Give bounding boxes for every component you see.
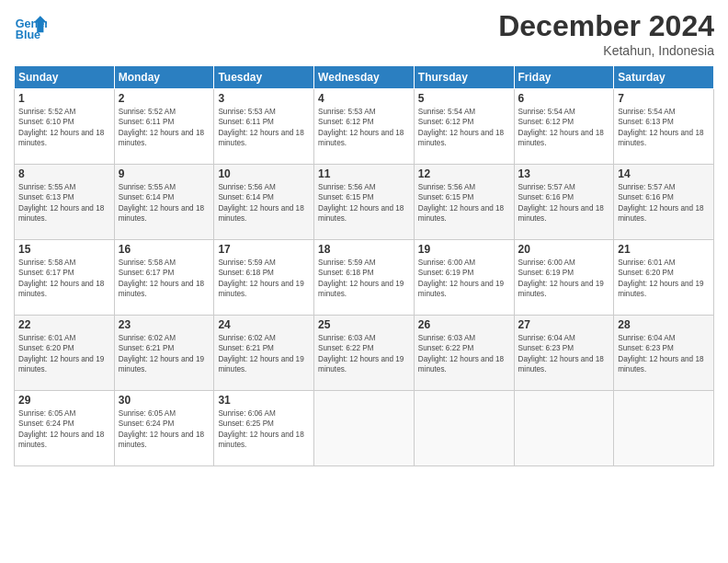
table-row: 7Sunrise: 5:54 AM Sunset: 6:13 PM Daylig… bbox=[614, 89, 714, 165]
day-number: 20 bbox=[518, 243, 610, 256]
day-info: Sunrise: 6:02 AM Sunset: 6:21 PM Dayligh… bbox=[218, 333, 310, 375]
table-row: 25Sunrise: 6:03 AM Sunset: 6:22 PM Dayli… bbox=[314, 316, 415, 391]
day-number: 18 bbox=[318, 243, 410, 256]
day-info: Sunrise: 6:01 AM Sunset: 6:20 PM Dayligh… bbox=[18, 333, 110, 375]
col-saturday: Saturday bbox=[614, 66, 714, 89]
day-number: 24 bbox=[218, 318, 310, 331]
day-number: 13 bbox=[518, 167, 610, 180]
table-row: 26Sunrise: 6:03 AM Sunset: 6:22 PM Dayli… bbox=[414, 316, 514, 391]
table-row: 13Sunrise: 5:57 AM Sunset: 6:16 PM Dayli… bbox=[514, 165, 614, 240]
day-info: Sunrise: 5:56 AM Sunset: 6:14 PM Dayligh… bbox=[218, 182, 310, 224]
day-number: 4 bbox=[318, 92, 410, 105]
table-row: 18Sunrise: 5:59 AM Sunset: 6:18 PM Dayli… bbox=[314, 240, 415, 316]
day-info: Sunrise: 6:04 AM Sunset: 6:23 PM Dayligh… bbox=[618, 333, 710, 375]
col-wednesday: Wednesday bbox=[314, 66, 415, 89]
location: Ketahun, Indonesia bbox=[498, 43, 714, 58]
day-number: 27 bbox=[518, 318, 610, 331]
day-info: Sunrise: 5:57 AM Sunset: 6:16 PM Dayligh… bbox=[518, 182, 610, 224]
day-info: Sunrise: 5:54 AM Sunset: 6:13 PM Dayligh… bbox=[618, 107, 710, 149]
table-row: 20Sunrise: 6:00 AM Sunset: 6:19 PM Dayli… bbox=[514, 240, 614, 316]
day-info: Sunrise: 5:58 AM Sunset: 6:17 PM Dayligh… bbox=[119, 258, 210, 300]
day-number: 15 bbox=[18, 243, 110, 256]
col-monday: Monday bbox=[114, 66, 214, 89]
day-number: 30 bbox=[119, 394, 210, 407]
table-row: 17Sunrise: 5:59 AM Sunset: 6:18 PM Dayli… bbox=[214, 240, 314, 316]
col-friday: Friday bbox=[514, 66, 614, 89]
day-number: 23 bbox=[119, 318, 210, 331]
day-info: Sunrise: 5:53 AM Sunset: 6:11 PM Dayligh… bbox=[218, 107, 310, 149]
table-row: 14Sunrise: 5:57 AM Sunset: 6:16 PM Dayli… bbox=[614, 165, 714, 240]
calendar-week-row: 8Sunrise: 5:55 AM Sunset: 6:13 PM Daylig… bbox=[15, 165, 714, 240]
day-info: Sunrise: 6:02 AM Sunset: 6:21 PM Dayligh… bbox=[119, 333, 210, 375]
table-row: 11Sunrise: 5:56 AM Sunset: 6:15 PM Dayli… bbox=[314, 165, 415, 240]
day-info: Sunrise: 6:00 AM Sunset: 6:19 PM Dayligh… bbox=[518, 258, 610, 300]
table-row: 15Sunrise: 5:58 AM Sunset: 6:17 PM Dayli… bbox=[15, 240, 115, 316]
table-row bbox=[514, 391, 614, 466]
logo-icon: General Blue bbox=[14, 9, 47, 42]
col-tuesday: Tuesday bbox=[214, 66, 314, 89]
table-row: 31Sunrise: 6:06 AM Sunset: 6:25 PM Dayli… bbox=[214, 391, 314, 466]
day-number: 2 bbox=[119, 92, 210, 105]
day-number: 8 bbox=[18, 167, 110, 180]
day-info: Sunrise: 6:03 AM Sunset: 6:22 PM Dayligh… bbox=[418, 333, 510, 375]
day-info: Sunrise: 5:57 AM Sunset: 6:16 PM Dayligh… bbox=[618, 182, 710, 224]
table-row: 4Sunrise: 5:53 AM Sunset: 6:12 PM Daylig… bbox=[314, 89, 415, 165]
header: General Blue December 2024 Ketahun, Indo… bbox=[14, 9, 714, 58]
day-number: 16 bbox=[119, 243, 210, 256]
table-row: 10Sunrise: 5:56 AM Sunset: 6:14 PM Dayli… bbox=[214, 165, 314, 240]
calendar-week-row: 22Sunrise: 6:01 AM Sunset: 6:20 PM Dayli… bbox=[15, 316, 714, 391]
day-number: 1 bbox=[18, 92, 110, 105]
day-info: Sunrise: 5:58 AM Sunset: 6:17 PM Dayligh… bbox=[18, 258, 110, 300]
day-info: Sunrise: 5:53 AM Sunset: 6:12 PM Dayligh… bbox=[318, 107, 410, 149]
table-row: 6Sunrise: 5:54 AM Sunset: 6:12 PM Daylig… bbox=[514, 89, 614, 165]
day-number: 26 bbox=[418, 318, 510, 331]
table-row: 23Sunrise: 6:02 AM Sunset: 6:21 PM Dayli… bbox=[114, 316, 214, 391]
table-row: 5Sunrise: 5:54 AM Sunset: 6:12 PM Daylig… bbox=[414, 89, 514, 165]
calendar-week-row: 1Sunrise: 5:52 AM Sunset: 6:10 PM Daylig… bbox=[15, 89, 714, 165]
day-number: 12 bbox=[418, 167, 510, 180]
day-info: Sunrise: 6:05 AM Sunset: 6:24 PM Dayligh… bbox=[119, 408, 210, 451]
table-row: 28Sunrise: 6:04 AM Sunset: 6:23 PM Dayli… bbox=[614, 316, 714, 391]
day-info: Sunrise: 5:59 AM Sunset: 6:18 PM Dayligh… bbox=[218, 258, 310, 300]
day-number: 10 bbox=[218, 167, 310, 180]
calendar-header-row: Sunday Monday Tuesday Wednesday Thursday… bbox=[15, 66, 714, 89]
table-row: 22Sunrise: 6:01 AM Sunset: 6:20 PM Dayli… bbox=[15, 316, 115, 391]
table-row: 19Sunrise: 6:00 AM Sunset: 6:19 PM Dayli… bbox=[414, 240, 514, 316]
table-row: 3Sunrise: 5:53 AM Sunset: 6:11 PM Daylig… bbox=[214, 89, 314, 165]
table-row: 8Sunrise: 5:55 AM Sunset: 6:13 PM Daylig… bbox=[15, 165, 115, 240]
table-row bbox=[414, 391, 514, 466]
day-info: Sunrise: 6:05 AM Sunset: 6:24 PM Dayligh… bbox=[18, 408, 110, 451]
table-row: 24Sunrise: 6:02 AM Sunset: 6:21 PM Dayli… bbox=[214, 316, 314, 391]
day-info: Sunrise: 5:52 AM Sunset: 6:10 PM Dayligh… bbox=[18, 107, 110, 149]
page: General Blue December 2024 Ketahun, Indo… bbox=[0, 0, 728, 563]
day-number: 11 bbox=[318, 167, 410, 180]
day-info: Sunrise: 6:06 AM Sunset: 6:25 PM Dayligh… bbox=[218, 408, 310, 451]
day-number: 14 bbox=[618, 167, 710, 180]
day-info: Sunrise: 5:59 AM Sunset: 6:18 PM Dayligh… bbox=[318, 258, 410, 300]
day-info: Sunrise: 5:54 AM Sunset: 6:12 PM Dayligh… bbox=[418, 107, 510, 149]
table-row: 9Sunrise: 5:55 AM Sunset: 6:14 PM Daylig… bbox=[114, 165, 214, 240]
day-number: 29 bbox=[18, 394, 110, 407]
table-row: 2Sunrise: 5:52 AM Sunset: 6:11 PM Daylig… bbox=[114, 89, 214, 165]
month-title: December 2024 bbox=[498, 9, 714, 43]
logo: General Blue bbox=[14, 9, 47, 42]
calendar: Sunday Monday Tuesday Wednesday Thursday… bbox=[14, 65, 714, 466]
table-row: 29Sunrise: 6:05 AM Sunset: 6:24 PM Dayli… bbox=[15, 391, 115, 466]
day-info: Sunrise: 5:56 AM Sunset: 6:15 PM Dayligh… bbox=[418, 182, 510, 224]
col-thursday: Thursday bbox=[414, 66, 514, 89]
day-number: 3 bbox=[218, 92, 310, 105]
day-number: 25 bbox=[318, 318, 410, 331]
table-row: 21Sunrise: 6:01 AM Sunset: 6:20 PM Dayli… bbox=[614, 240, 714, 316]
day-info: Sunrise: 5:55 AM Sunset: 6:13 PM Dayligh… bbox=[18, 182, 110, 224]
table-row: 1Sunrise: 5:52 AM Sunset: 6:10 PM Daylig… bbox=[15, 89, 115, 165]
day-number: 7 bbox=[618, 92, 710, 105]
svg-text:Blue: Blue bbox=[16, 29, 40, 41]
table-row bbox=[614, 391, 714, 466]
table-row: 30Sunrise: 6:05 AM Sunset: 6:24 PM Dayli… bbox=[114, 391, 214, 466]
table-row bbox=[314, 391, 415, 466]
day-number: 9 bbox=[119, 167, 210, 180]
day-number: 17 bbox=[218, 243, 310, 256]
day-info: Sunrise: 6:01 AM Sunset: 6:20 PM Dayligh… bbox=[618, 258, 710, 300]
calendar-week-row: 29Sunrise: 6:05 AM Sunset: 6:24 PM Dayli… bbox=[15, 391, 714, 466]
day-number: 28 bbox=[618, 318, 710, 331]
